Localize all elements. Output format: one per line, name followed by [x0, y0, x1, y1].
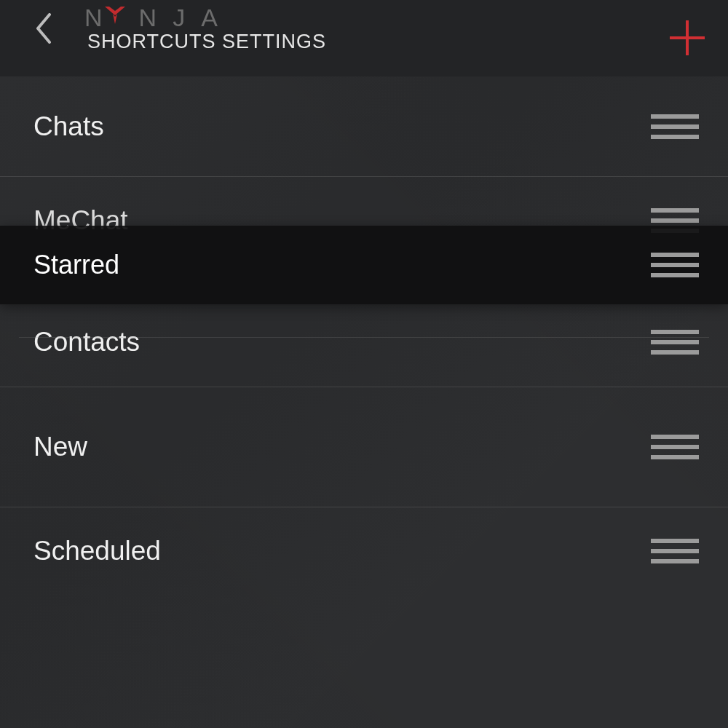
brand-letter: A — [201, 4, 234, 32]
list-item[interactable]: Chats — [0, 76, 728, 177]
list-item-label: Contacts — [33, 327, 140, 357]
add-button[interactable] — [667, 17, 708, 58]
brand-letter: N — [139, 4, 173, 32]
drag-handle-icon[interactable] — [651, 435, 699, 459]
shortcuts-list: Chats MeChat Contacts New Scheduled Star… — [0, 76, 728, 595]
list-item-label: Starred — [33, 250, 119, 280]
back-button[interactable] — [31, 12, 57, 45]
list-item-label: Chats — [33, 111, 104, 142]
drag-handle-icon[interactable] — [651, 539, 699, 563]
list-item[interactable]: Scheduled — [0, 507, 728, 595]
plus-icon — [667, 17, 708, 58]
drag-handle-icon[interactable] — [651, 114, 699, 139]
drag-handle-icon[interactable] — [651, 330, 699, 355]
svg-marker-1 — [113, 14, 117, 24]
page-subtitle: SHORTCUTS SETTINGS — [87, 31, 326, 53]
brand-mark-icon — [103, 4, 139, 31]
list-item-dragging[interactable]: Starred — [0, 226, 728, 304]
list-item-label: Scheduled — [33, 536, 161, 566]
list-item[interactable]: New — [0, 387, 728, 507]
brand-letter: J — [173, 4, 201, 32]
drag-handle-icon[interactable] — [651, 253, 699, 277]
title-block: N N J A SHORTCUTS SETTINGS — [84, 0, 326, 53]
brand-logo-text: N N J A — [84, 3, 326, 32]
header: N N J A SHORTCUTS SETTINGS — [0, 0, 728, 76]
list-item-label: New — [33, 432, 87, 462]
chevron-left-icon — [35, 13, 52, 44]
divider — [19, 337, 709, 338]
svg-marker-0 — [105, 7, 125, 15]
